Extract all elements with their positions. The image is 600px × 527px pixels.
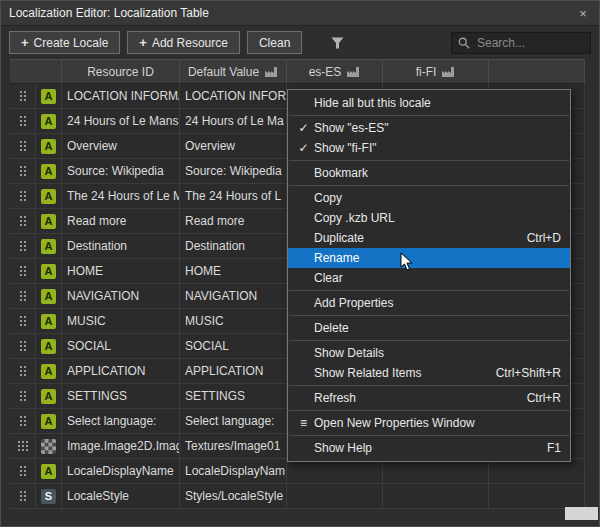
locale-settings-icon[interactable] bbox=[346, 66, 360, 78]
locale-fi-fi-cell[interactable] bbox=[383, 484, 489, 509]
drag-handle[interactable] bbox=[10, 259, 36, 284]
text-resource-icon: A bbox=[41, 114, 56, 129]
menu-item-refresh[interactable]: RefreshCtrl+R bbox=[288, 388, 570, 408]
filter-icon[interactable] bbox=[331, 37, 344, 49]
table-row[interactable]: ALocaleDisplayNameLocaleDisplayNam bbox=[10, 459, 599, 484]
default-value-cell[interactable]: LOCATION INFOR bbox=[180, 84, 287, 109]
resource-id-cell[interactable]: Read more bbox=[62, 209, 180, 234]
drag-handle[interactable] bbox=[10, 209, 36, 234]
drag-handle-icon bbox=[17, 440, 29, 452]
hscrollbar-thumb[interactable] bbox=[565, 507, 598, 520]
default-value-cell[interactable]: Source: Wikipedia bbox=[180, 159, 287, 184]
resource-id-cell[interactable]: Overview bbox=[62, 134, 180, 159]
drag-handle[interactable] bbox=[10, 409, 36, 434]
resource-type-cell: A bbox=[36, 159, 62, 184]
drag-handle-icon bbox=[19, 340, 27, 352]
menu-item-show-help[interactable]: Show HelpF1 bbox=[288, 438, 570, 458]
drag-handle[interactable] bbox=[10, 434, 36, 459]
menu-item-label: Delete bbox=[314, 321, 541, 335]
default-value-cell[interactable]: SOCIAL bbox=[180, 334, 287, 359]
menu-item-open-new-properties-window[interactable]: ≡Open New Properties Window bbox=[288, 413, 570, 433]
drag-handle[interactable] bbox=[10, 84, 36, 109]
default-value-cell[interactable]: Select language: bbox=[180, 409, 287, 434]
resource-id-cell[interactable]: SOCIAL bbox=[62, 334, 180, 359]
menu-item-clear[interactable]: Clear bbox=[288, 268, 570, 288]
resource-id-cell[interactable]: NAVIGATION bbox=[62, 284, 180, 309]
resource-id-cell[interactable]: Image.Image2D.Imag bbox=[62, 434, 180, 459]
resource-type-cell: A bbox=[36, 409, 62, 434]
menu-item-show-related-items[interactable]: Show Related ItemsCtrl+Shift+R bbox=[288, 363, 570, 383]
drag-handle[interactable] bbox=[10, 184, 36, 209]
resource-id-cell[interactable]: HOME bbox=[62, 259, 180, 284]
drag-handle[interactable] bbox=[10, 309, 36, 334]
default-value-cell[interactable]: Styles/LocaleStyle bbox=[180, 484, 287, 509]
drag-handle[interactable] bbox=[10, 284, 36, 309]
menu-item-rename[interactable]: Rename bbox=[288, 248, 570, 268]
menu-item-duplicate[interactable]: DuplicateCtrl+D bbox=[288, 228, 570, 248]
menu-item-delete[interactable]: Delete bbox=[288, 318, 570, 338]
locale-es-es-cell[interactable] bbox=[287, 459, 383, 484]
default-value-cell[interactable]: APPLICATION bbox=[180, 359, 287, 384]
header-locale-es-es[interactable]: es-ES bbox=[287, 59, 383, 84]
default-value-cell[interactable]: SETTINGS bbox=[180, 384, 287, 409]
menu-item-show-details[interactable]: Show Details bbox=[288, 343, 570, 363]
resource-id-cell[interactable]: Source: Wikipedia bbox=[62, 159, 180, 184]
default-value-cell[interactable]: MUSIC bbox=[180, 309, 287, 334]
drag-handle[interactable] bbox=[10, 359, 36, 384]
default-value-cell[interactable]: Destination bbox=[180, 234, 287, 259]
drag-handle[interactable] bbox=[10, 159, 36, 184]
menu-item-copy[interactable]: Copy bbox=[288, 188, 570, 208]
resource-id-cell[interactable]: MUSIC bbox=[62, 309, 180, 334]
default-value-cell[interactable]: HOME bbox=[180, 259, 287, 284]
drag-handle[interactable] bbox=[10, 459, 36, 484]
header-resource-id[interactable]: Resource ID bbox=[62, 59, 180, 84]
drag-handle[interactable] bbox=[10, 384, 36, 409]
menu-item-copy-kzb-url[interactable]: Copy .kzb URL bbox=[288, 208, 570, 228]
drag-handle[interactable] bbox=[10, 484, 36, 509]
header-default-value[interactable]: Default Value bbox=[180, 59, 287, 84]
header-label: Resource ID bbox=[87, 65, 154, 79]
resource-id-cell[interactable]: LOCATION INFORMAT bbox=[62, 84, 180, 109]
table-row[interactable]: SLocaleStyleStyles/LocaleStyle bbox=[10, 484, 599, 509]
checkmark-icon: ✓ bbox=[293, 121, 314, 135]
drag-handle[interactable] bbox=[10, 234, 36, 259]
drag-handle[interactable] bbox=[10, 334, 36, 359]
resource-id-cell[interactable]: APPLICATION bbox=[62, 359, 180, 384]
resource-id-cell[interactable]: The 24 Hours of Le M bbox=[62, 184, 180, 209]
default-value-cell[interactable]: The 24 Hours of L bbox=[180, 184, 287, 209]
header-locale-fi-fi[interactable]: fi-FI bbox=[383, 59, 489, 84]
menu-item-hide-all-but-this-locale[interactable]: Hide all but this locale bbox=[288, 93, 570, 113]
locale-fi-fi-cell[interactable] bbox=[383, 459, 489, 484]
resource-id-cell[interactable]: LocaleStyle bbox=[62, 484, 180, 509]
menu-item-show-es-es[interactable]: ✓Show "es-ES" bbox=[288, 118, 570, 138]
resource-id-cell[interactable]: Destination bbox=[62, 234, 180, 259]
resource-id-cell[interactable]: LocaleDisplayName bbox=[62, 459, 180, 484]
add-resource-button[interactable]: + Add Resource bbox=[127, 31, 240, 54]
default-value-cell[interactable]: Overview bbox=[180, 134, 287, 159]
default-value-cell[interactable]: NAVIGATION bbox=[180, 284, 287, 309]
create-locale-button[interactable]: + Create Locale bbox=[9, 31, 120, 54]
search-input[interactable] bbox=[475, 35, 584, 51]
resource-id-cell[interactable]: SETTINGS bbox=[62, 384, 180, 409]
properties-icon: ≡ bbox=[293, 416, 314, 430]
menu-item-add-properties[interactable]: Add Properties bbox=[288, 293, 570, 313]
menu-item-bookmark[interactable]: Bookmark bbox=[288, 163, 570, 183]
resource-id-cell[interactable]: 24 Hours of Le Mans bbox=[62, 109, 180, 134]
locale-es-es-cell[interactable] bbox=[287, 484, 383, 509]
menu-item-label: Show Help bbox=[314, 441, 527, 455]
menu-item-show-fi-fi[interactable]: ✓Show "fi-FI" bbox=[288, 138, 570, 158]
drag-handle[interactable] bbox=[10, 109, 36, 134]
drag-handle-icon bbox=[19, 140, 27, 152]
drag-handle[interactable] bbox=[10, 134, 36, 159]
locale-settings-icon[interactable] bbox=[264, 66, 278, 78]
plus-icon: + bbox=[21, 36, 29, 49]
locale-settings-icon[interactable] bbox=[441, 66, 455, 78]
resource-type-cell: A bbox=[36, 359, 62, 384]
default-value-cell[interactable]: 24 Hours of Le Ma bbox=[180, 109, 287, 134]
default-value-cell[interactable]: LocaleDisplayNam bbox=[180, 459, 287, 484]
resource-id-cell[interactable]: Select language: bbox=[62, 409, 180, 434]
default-value-cell[interactable]: Read more bbox=[180, 209, 287, 234]
close-icon[interactable]: × bbox=[575, 6, 591, 21]
default-value-cell[interactable]: Textures/Image01 bbox=[180, 434, 287, 459]
clean-button[interactable]: Clean bbox=[247, 31, 302, 54]
